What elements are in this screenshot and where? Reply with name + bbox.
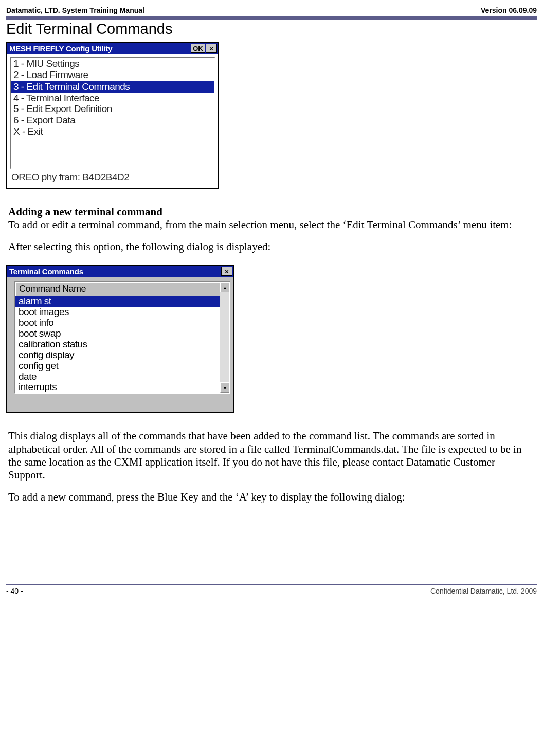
menu-item[interactable]: 6 - Export Data xyxy=(11,115,214,126)
close-button[interactable]: × xyxy=(206,44,217,53)
config-utility-window: MESH FIREFLY Config Utility OK × 1 - MIU… xyxy=(6,42,219,189)
scroll-track[interactable] xyxy=(220,292,229,382)
section-title: Edit Terminal Commands xyxy=(6,21,537,38)
footer-confidential: Confidential Datamatic, Ltd. 2009 xyxy=(430,587,537,595)
footer-page-number: - 40 - xyxy=(6,587,23,595)
header-rule xyxy=(6,16,537,20)
scroll-up-icon[interactable]: ▴ xyxy=(220,282,229,292)
list-item[interactable]: boot images xyxy=(15,307,220,318)
window-titlebar: MESH FIREFLY Config Utility OK × xyxy=(7,43,218,54)
column-header[interactable]: Command Name xyxy=(15,282,220,296)
page-footer: - 40 - Confidential Datamatic, Ltd. 2009 xyxy=(6,585,537,595)
menu-item[interactable]: 5 - Edit Export Definition xyxy=(11,103,214,115)
list-item[interactable]: date xyxy=(15,372,220,382)
menu-item[interactable]: 2 - Load Firmware xyxy=(11,69,214,81)
subheading: Adding a new terminal command xyxy=(8,206,535,218)
menu-item[interactable]: 4 - Terminal Interface xyxy=(11,93,214,104)
window-titlebar: Terminal Commands × xyxy=(7,266,233,277)
paragraph: To add a new command, press the Blue Key… xyxy=(8,491,535,504)
list-item[interactable]: alarm st xyxy=(15,296,220,307)
list-item[interactable]: config get xyxy=(15,361,220,372)
list-item[interactable]: boot info xyxy=(15,318,220,328)
list-item[interactable]: interrupts xyxy=(15,382,220,393)
menu-item[interactable]: 3 - Edit Terminal Commands xyxy=(11,81,214,93)
list-item[interactable]: boot swap xyxy=(15,328,220,339)
status-text: OREO phy fram: B4D2B4D2 xyxy=(10,169,215,184)
header-left: Datamatic, LTD. System Training Manual xyxy=(6,6,144,14)
list-item[interactable]: calibration status xyxy=(15,339,220,350)
close-button[interactable]: × xyxy=(221,267,232,276)
paragraph: This dialog displays all of the commands… xyxy=(8,430,535,482)
paragraph: To add or edit a terminal command, from … xyxy=(8,218,535,231)
menu-item[interactable]: 1 - MIU Settings xyxy=(11,58,214,69)
terminal-commands-window: Terminal Commands × Command Name alarm s… xyxy=(6,265,234,413)
menu-blank xyxy=(11,137,214,168)
ok-button[interactable]: OK xyxy=(191,44,205,53)
header-right: Version 06.09.09 xyxy=(481,6,537,14)
list-item[interactable]: config display xyxy=(15,350,220,361)
window-title: MESH FIREFLY Config Utility xyxy=(9,44,190,53)
page-header: Datamatic, LTD. System Training Manual V… xyxy=(6,6,537,16)
window-title: Terminal Commands xyxy=(9,267,221,276)
paragraph: After selecting this option, the followi… xyxy=(8,241,535,253)
menu-item[interactable]: X - Exit xyxy=(11,126,214,137)
scrollbar[interactable]: ▴ ▾ xyxy=(220,282,229,393)
scroll-down-icon[interactable]: ▾ xyxy=(220,382,229,393)
